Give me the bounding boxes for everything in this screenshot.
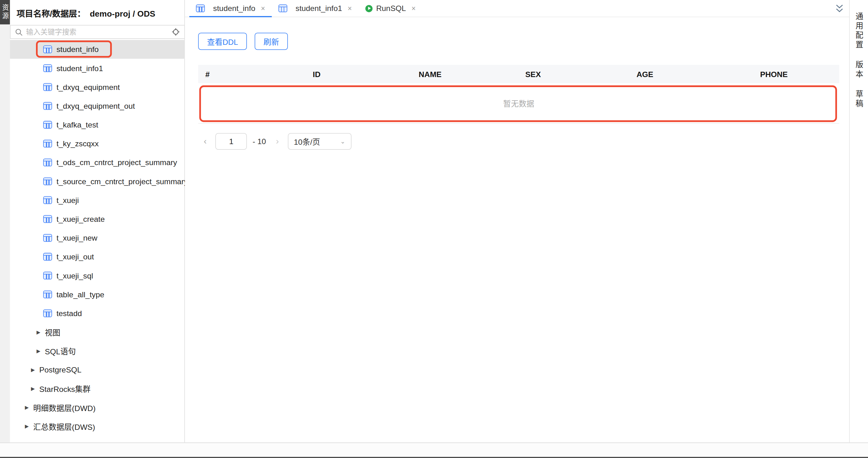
table-icon <box>43 271 52 280</box>
tree-node-starrocks[interactable]: ▶ StarRocks集群 <box>10 379 185 398</box>
table-icon <box>43 159 52 166</box>
page-number-input[interactable] <box>216 133 247 150</box>
result-table: # ID NAME SEX AGE PHONE 暂无数据 <box>198 65 839 124</box>
sidebar-title: 项目名称/数据层：demo-proj / ODS <box>10 0 184 19</box>
sidebar: 项目名称/数据层：demo-proj / ODS stud <box>10 0 185 442</box>
tree-item-label: table_all_type <box>56 290 104 299</box>
column-header: PHONE <box>708 69 839 78</box>
caret-right-icon[interactable]: ▶ <box>25 424 29 429</box>
pagination: ‹ - 10 › 10条/页 ⌄ <box>198 133 849 150</box>
tree-node-postgresql[interactable]: ▶ PostgreSQL <box>10 361 185 379</box>
tree-item-label: t_ods_cm_cntrct_project_summary <box>56 158 177 167</box>
tree-item-label: t_ky_zscqxx <box>56 139 99 148</box>
tree-item[interactable]: t_xueji_out <box>10 247 185 266</box>
tree-item-label: t_xueji_sql <box>56 271 93 280</box>
tree-item[interactable]: t_xueji_create <box>10 209 185 228</box>
bottom-strip <box>0 442 868 457</box>
tab-label: RunSQL <box>376 4 406 12</box>
tab-label: student_info1 <box>296 4 342 12</box>
tree-item[interactable]: t_dxyq_equipment <box>10 78 185 96</box>
resources-vertical-tab[interactable]: 资源 <box>0 0 10 24</box>
tree-item-label: testadd <box>56 309 82 318</box>
double-chevron-down-icon[interactable] <box>835 4 844 16</box>
tree-node-views[interactable]: ▶ 视图 <box>10 323 185 341</box>
caret-right-icon[interactable]: ▶ <box>31 368 35 372</box>
tree-item-label: t_dxyq_equipment_out <box>56 102 135 110</box>
caret-right-icon[interactable]: ▶ <box>25 405 29 410</box>
tree-item[interactable]: testadd <box>10 304 185 323</box>
rail-tab-version[interactable]: 版本 <box>855 60 863 79</box>
search-input[interactable] <box>23 28 172 36</box>
tree-item-label: t_source_cm_cntrct_project_summary <box>56 177 188 186</box>
tree-item[interactable]: student_info1 <box>10 59 185 78</box>
tree-node-label: 视图 <box>45 327 60 338</box>
tree-node-label: 明细数据层(DWD) <box>33 402 95 413</box>
tree-node-label: PostgreSQL <box>39 365 81 374</box>
close-icon[interactable]: × <box>261 4 265 12</box>
page-size-select[interactable]: 10条/页 ⌄ <box>288 133 351 150</box>
locate-icon[interactable] <box>172 28 180 36</box>
caret-right-icon[interactable]: ▶ <box>31 386 35 391</box>
tree-node-dws-layer[interactable]: ▶ 汇总数据层(DWS) <box>10 417 185 436</box>
table-icon <box>43 46 52 53</box>
tree-item[interactable]: t_source_cm_cntrct_project_summary <box>10 172 185 191</box>
activity-rail: 资源 <box>0 0 10 442</box>
table-icon <box>196 4 205 12</box>
table-icon <box>43 290 52 298</box>
tree-item-label: t_kafka_test <box>56 120 98 129</box>
tab-bar: student_info × student_info1 × RunSQL × <box>185 0 849 17</box>
tab-student_info1[interactable]: student_info1 × <box>272 0 358 17</box>
tree-item[interactable]: table_all_type <box>10 285 185 304</box>
next-page-icon[interactable]: › <box>276 136 279 146</box>
tree-node-label: SQL语句 <box>45 346 76 356</box>
tree-node-sql[interactable]: ▶ SQL语句 <box>10 341 185 360</box>
tree-item[interactable]: t_ky_zscqxx <box>10 134 185 153</box>
rail-tab-general-config[interactable]: 通用配置 <box>855 12 863 50</box>
caret-right-icon[interactable]: ▶ <box>37 348 40 353</box>
tree-item[interactable]: t_kafka_test <box>10 115 185 134</box>
table-icon <box>43 234 52 242</box>
column-header: AGE <box>581 69 709 78</box>
table-icon <box>43 215 52 223</box>
search-icon <box>15 28 23 36</box>
rail-tab-draft[interactable]: 草稿 <box>855 90 863 109</box>
refresh-button[interactable]: 刷新 <box>255 33 288 50</box>
column-header: ID <box>258 69 375 78</box>
table-icon <box>43 310 52 317</box>
tree-item[interactable]: t_xueji_sql <box>10 266 185 285</box>
table-icon <box>43 83 52 91</box>
sidebar-title-value: demo-proj / ODS <box>90 9 155 18</box>
tree-node-dwd-layer[interactable]: ▶ 明细数据层(DWD) <box>10 398 185 417</box>
tree-item[interactable]: t_xueji_new <box>10 228 185 247</box>
app-window: 资源 项目名称/数据层：demo-proj / ODS <box>0 0 868 458</box>
tree-item[interactable]: t_dxyq_equipment_out <box>10 96 185 115</box>
tree-item-label: t_xueji_create <box>56 214 104 223</box>
table-header-row: # ID NAME SEX AGE PHONE <box>198 65 839 83</box>
resource-tree: student_info student_info1 t_dxyq_equipm… <box>10 40 185 436</box>
tree-node-label: 汇总数据层(DWS) <box>33 421 95 432</box>
tree-item[interactable]: t_xueji <box>10 191 185 209</box>
tab-runsql[interactable]: RunSQL × <box>359 0 423 17</box>
table-icon <box>43 196 52 204</box>
chevron-down-icon: ⌄ <box>340 138 345 145</box>
table-icon <box>43 102 52 110</box>
tab-student_info[interactable]: student_info × <box>189 0 272 17</box>
close-icon[interactable]: × <box>348 4 352 12</box>
tree-node-label: StarRocks集群 <box>39 383 90 394</box>
table-icon <box>43 177 52 185</box>
tree-item[interactable]: student_info <box>10 40 185 59</box>
tree-item-label: student_info1 <box>56 64 103 73</box>
toolbar: 查看DDL 刷新 <box>198 33 849 50</box>
view-ddl-button[interactable]: 查看DDL <box>198 33 247 50</box>
column-header: SEX <box>485 69 581 78</box>
close-icon[interactable]: × <box>411 4 415 12</box>
main-panel: student_info × student_info1 × RunSQL × <box>185 0 849 442</box>
runsql-icon <box>365 5 372 12</box>
table-empty-state: 暂无数据 <box>198 83 839 124</box>
caret-right-icon[interactable]: ▶ <box>37 330 40 335</box>
tree-item[interactable]: t_ods_cm_cntrct_project_summary <box>10 153 185 172</box>
tree-item-label: t_dxyq_equipment <box>56 83 120 91</box>
tab-label: student_info <box>213 4 255 12</box>
prev-page-icon[interactable]: ‹ <box>204 136 207 146</box>
page-size-label: 10条/页 <box>294 136 320 147</box>
